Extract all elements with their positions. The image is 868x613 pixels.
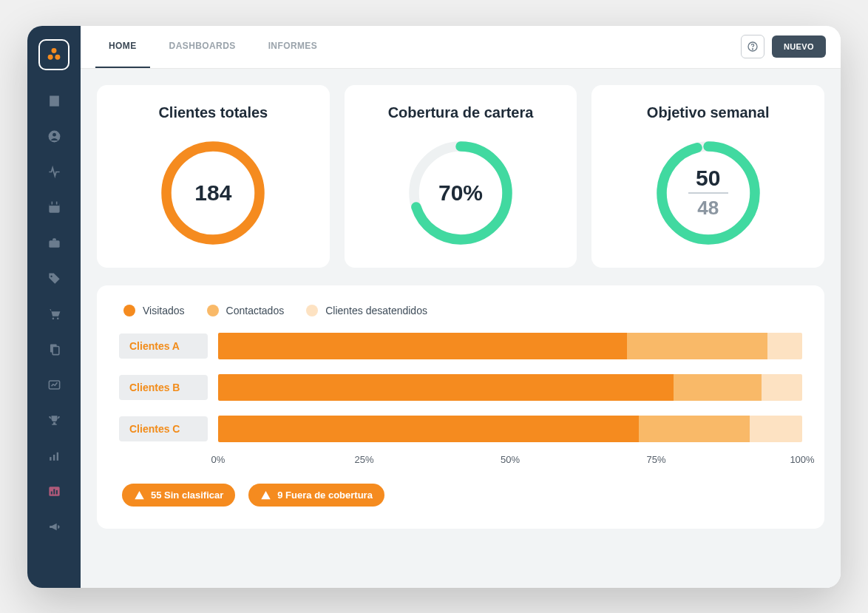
new-button[interactable]: NUEVO bbox=[772, 35, 826, 58]
bar-segment bbox=[762, 374, 802, 401]
bar-segment bbox=[218, 374, 674, 401]
svg-rect-20 bbox=[53, 489, 55, 494]
card-weekly: Objetivo semanal 50 48 bbox=[591, 85, 824, 268]
tab-dashboards[interactable]: DASHBOARDS bbox=[156, 26, 249, 69]
warning-icon bbox=[260, 490, 271, 501]
weekly-target: 50 bbox=[696, 166, 720, 191]
card-title: Cobertura de cartera bbox=[388, 104, 534, 121]
axis-tick: 0% bbox=[211, 454, 226, 465]
logo-dots-icon bbox=[44, 45, 64, 64]
bar-segment bbox=[767, 333, 802, 359]
bar-label: Clientes B bbox=[119, 375, 208, 400]
alert-unclassified[interactable]: 55 Sin clasificar bbox=[122, 484, 235, 507]
help-button[interactable] bbox=[741, 35, 764, 58]
nav-megaphone-icon[interactable] bbox=[39, 512, 69, 542]
dot-icon bbox=[306, 305, 318, 316]
main: HOME DASHBOARDS INFORMES NUEVO Clientes … bbox=[81, 26, 841, 588]
card-title: Objetivo semanal bbox=[647, 104, 770, 121]
nav-copy-icon[interactable] bbox=[39, 335, 69, 365]
nav-analytics-icon[interactable] bbox=[39, 477, 69, 507]
nav-calendar-icon[interactable] bbox=[39, 193, 69, 223]
svg-rect-21 bbox=[55, 490, 57, 495]
nav-briefcase-icon[interactable] bbox=[39, 228, 69, 258]
bar-segment bbox=[674, 374, 762, 401]
bar-row: Clientes B bbox=[119, 374, 802, 401]
svg-point-23 bbox=[752, 49, 753, 50]
weekly-actual: 48 bbox=[697, 197, 719, 220]
sidebar bbox=[27, 26, 81, 588]
svg-rect-9 bbox=[49, 240, 59, 248]
content: Clientes totales 184 Cobertura de carter… bbox=[81, 69, 841, 588]
app-shell: HOME DASHBOARDS INFORMES NUEVO Clientes … bbox=[27, 26, 841, 588]
axis-tick: 100% bbox=[790, 454, 814, 465]
legend-unattended: Clientes desatendidos bbox=[306, 305, 427, 316]
svg-rect-7 bbox=[51, 202, 52, 205]
nav-cart-icon[interactable] bbox=[39, 299, 69, 329]
svg-rect-19 bbox=[50, 492, 52, 495]
svg-point-11 bbox=[56, 318, 58, 320]
bar-track bbox=[218, 333, 802, 359]
app-logo[interactable] bbox=[38, 39, 69, 70]
stacked-bars: Clientes AClientes BClientes C bbox=[119, 333, 802, 442]
svg-point-4 bbox=[52, 133, 56, 137]
card-title: Clientes totales bbox=[158, 104, 268, 121]
bar-segment bbox=[218, 333, 627, 359]
axis-tick: 25% bbox=[354, 454, 373, 465]
axis-tick: 75% bbox=[646, 454, 665, 465]
bar-row: Clientes A bbox=[119, 333, 802, 359]
nav-bars-icon[interactable] bbox=[39, 441, 69, 471]
svg-point-2 bbox=[55, 54, 60, 59]
total-clients-value: 184 bbox=[194, 180, 231, 206]
svg-point-10 bbox=[52, 318, 54, 320]
svg-rect-16 bbox=[52, 455, 54, 461]
bar-track bbox=[218, 416, 802, 442]
bar-segment bbox=[218, 416, 639, 442]
nav-trend-icon[interactable] bbox=[39, 370, 69, 400]
bar-segment bbox=[627, 333, 767, 359]
bar-segment bbox=[639, 416, 750, 442]
card-coverage: Cobertura de cartera 70% bbox=[345, 85, 577, 268]
svg-rect-13 bbox=[52, 347, 59, 355]
bar-label: Clientes A bbox=[119, 333, 208, 359]
nav-activity-icon[interactable] bbox=[39, 158, 69, 187]
nav-trophy-icon[interactable] bbox=[39, 406, 69, 436]
x-axis: 0% 25% 50% 75% 100% bbox=[218, 454, 802, 467]
bar-row: Clientes C bbox=[119, 416, 802, 442]
help-icon bbox=[747, 41, 759, 53]
svg-point-0 bbox=[52, 48, 57, 53]
nav-user-icon[interactable] bbox=[39, 122, 69, 152]
card-total-clients: Clientes totales 184 bbox=[97, 85, 330, 268]
dot-icon bbox=[123, 305, 135, 316]
dot-icon bbox=[207, 305, 219, 316]
tab-home[interactable]: HOME bbox=[95, 26, 150, 69]
divider bbox=[688, 192, 728, 194]
topbar: HOME DASHBOARDS INFORMES NUEVO bbox=[81, 26, 841, 69]
coverage-value: 70% bbox=[438, 180, 483, 206]
legend: Visitados Contactados Clientes desatendi… bbox=[119, 305, 802, 316]
legend-contacted: Contactados bbox=[207, 305, 285, 316]
warning-icon bbox=[134, 490, 145, 501]
alert-out-of-coverage[interactable]: 9 Fuera de cobertura bbox=[248, 484, 384, 507]
svg-rect-17 bbox=[56, 453, 58, 461]
svg-rect-15 bbox=[50, 457, 51, 461]
clients-panel: Visitados Contactados Clientes desatendi… bbox=[97, 285, 824, 529]
nav-tag-icon[interactable] bbox=[39, 264, 69, 294]
svg-rect-8 bbox=[55, 202, 57, 205]
tab-reports[interactable]: INFORMES bbox=[255, 26, 331, 69]
axis-tick: 50% bbox=[501, 454, 520, 465]
bar-track bbox=[218, 374, 802, 401]
tabs: HOME DASHBOARDS INFORMES bbox=[95, 26, 330, 69]
nav-company-icon[interactable] bbox=[39, 87, 69, 116]
bar-segment bbox=[750, 416, 802, 442]
svg-rect-6 bbox=[49, 203, 59, 206]
bar-label: Clientes C bbox=[119, 416, 208, 441]
svg-point-1 bbox=[48, 54, 53, 59]
legend-visited: Visitados bbox=[123, 305, 185, 316]
